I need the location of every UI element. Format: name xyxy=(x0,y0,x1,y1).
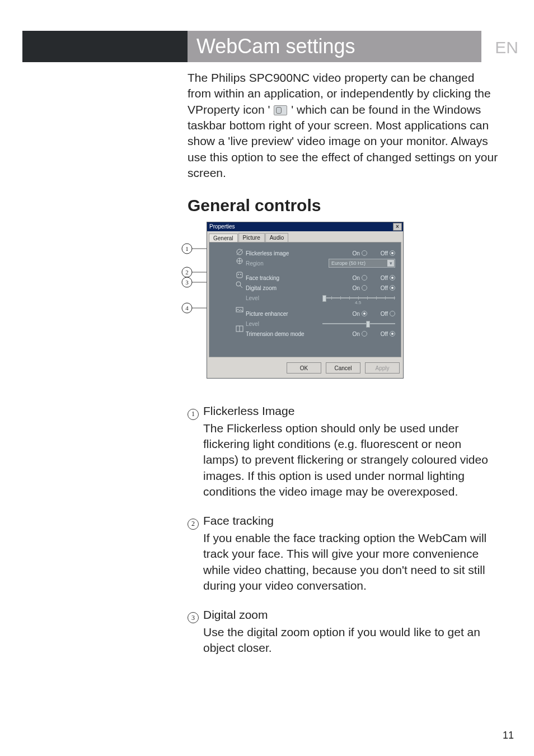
tab-audio[interactable]: Audio xyxy=(265,233,289,242)
row-digital-zoom: Digital zoom On Off xyxy=(246,283,395,293)
chapter-header: WebCam settings xyxy=(22,31,481,62)
face-icon xyxy=(235,271,244,279)
picture-icon xyxy=(235,306,244,314)
language-tag: EN xyxy=(495,38,518,57)
properties-dialog: Properties × General Picture Audio xyxy=(207,222,404,379)
item-text: The Flickerless option should only be us… xyxy=(203,421,498,500)
row-penh-level: Level xyxy=(246,319,395,329)
penh-on[interactable]: On xyxy=(353,310,367,318)
svg-point-17 xyxy=(240,274,241,275)
region-dropdown[interactable]: Europe (50 Hz) ▾ xyxy=(329,259,395,268)
dzoom-level-slider[interactable]: 4.5 xyxy=(322,295,395,301)
facetrack-on[interactable]: On xyxy=(353,274,367,282)
item-face-tracking: 2 Face tracking If you enable the face t… xyxy=(188,513,498,594)
row-picture-enhancer: Picture enhancer On Off xyxy=(246,309,395,319)
svg-line-19 xyxy=(240,286,242,288)
item-flickerless: 1 Flickerless Image The Flickerless opti… xyxy=(188,403,498,500)
intro-paragraph: The Philips SPC900NC video property can … xyxy=(188,70,498,181)
tab-picture[interactable]: Picture xyxy=(238,233,265,242)
item-title: Flickerless Image xyxy=(203,403,498,419)
vproperty-icon xyxy=(274,105,287,115)
dialog-pane: Flickerless image On Off Region Europe (… xyxy=(209,242,401,357)
badge-2: 2 xyxy=(188,519,199,530)
cancel-button[interactable]: Cancel xyxy=(326,362,360,374)
section-heading-general-controls: General controls xyxy=(188,194,498,217)
svg-text:2: 2 xyxy=(185,269,189,276)
dialog-tabs: General Picture Audio xyxy=(207,231,403,242)
penh-level-slider[interactable] xyxy=(322,320,395,327)
close-icon[interactable]: × xyxy=(393,223,402,231)
ok-button[interactable]: OK xyxy=(287,362,321,374)
dzoom-off[interactable]: Off xyxy=(381,284,395,292)
globe-icon xyxy=(235,257,244,265)
svg-text:1: 1 xyxy=(185,245,189,252)
item-title: Digital zoom xyxy=(203,607,498,623)
callout-overlay: 1 2 3 4 xyxy=(181,232,207,361)
label-region: Region xyxy=(246,260,310,268)
page-number: 11 xyxy=(503,730,514,741)
item-text: If you enable the face tracking option t… xyxy=(203,530,498,594)
dzoom-on[interactable]: On xyxy=(353,284,367,292)
flickerless-off[interactable]: Off xyxy=(381,250,395,258)
item-text: Use the digital zoom option if you would… xyxy=(203,624,498,656)
label-trimension: Trimension demo mode xyxy=(246,330,310,338)
label-dzoom-level: Level xyxy=(246,295,310,302)
flickerless-on[interactable]: On xyxy=(353,250,367,258)
no-flicker-icon xyxy=(235,248,244,256)
dialog-titlebar: Properties × xyxy=(207,222,403,231)
apply-button[interactable]: Apply xyxy=(365,362,400,374)
row-region: Region Europe (50 Hz) ▾ xyxy=(246,258,395,268)
split-view-icon xyxy=(235,325,244,333)
trim-off[interactable]: Off xyxy=(381,330,395,338)
label-digital-zoom: Digital zoom xyxy=(246,284,310,292)
penh-off[interactable]: Off xyxy=(381,310,395,318)
badge-3: 3 xyxy=(188,612,199,623)
tab-general[interactable]: General xyxy=(209,234,238,243)
label-flickerless: Flickerless image xyxy=(246,250,310,258)
row-dzoom-level: Level 4. xyxy=(246,293,395,303)
svg-rect-15 xyxy=(237,272,242,278)
label-face-tracking: Face tracking xyxy=(246,274,310,282)
svg-text:3: 3 xyxy=(185,279,189,286)
dialog-title: Properties xyxy=(209,223,235,231)
trim-on[interactable]: On xyxy=(353,330,367,338)
dialog-buttons: OK Cancel Apply xyxy=(207,359,403,378)
label-penh-level: Level xyxy=(246,320,310,328)
svg-point-16 xyxy=(238,274,239,275)
header-dark-block xyxy=(22,31,188,62)
badge-1: 1 xyxy=(188,409,199,420)
facetrack-off[interactable]: Off xyxy=(381,274,395,282)
region-value: Europe (50 Hz) xyxy=(331,260,366,267)
item-title: Face tracking xyxy=(203,513,498,529)
row-flickerless: Flickerless image On Off xyxy=(246,248,395,258)
label-picture-enhancer: Picture enhancer xyxy=(246,310,310,318)
item-digital-zoom: 3 Digital zoom Use the digital zoom opti… xyxy=(188,607,498,656)
chapter-title: WebCam settings xyxy=(188,31,481,62)
chevron-down-icon: ▾ xyxy=(387,260,394,267)
row-face-tracking: Face tracking On Off xyxy=(246,273,395,283)
svg-point-18 xyxy=(236,282,241,286)
row-trimension: Trimension demo mode On Off xyxy=(246,329,395,339)
numbered-list: 1 Flickerless Image The Flickerless opti… xyxy=(188,403,498,656)
svg-text:4: 4 xyxy=(185,305,189,311)
magnifier-icon xyxy=(235,281,244,288)
